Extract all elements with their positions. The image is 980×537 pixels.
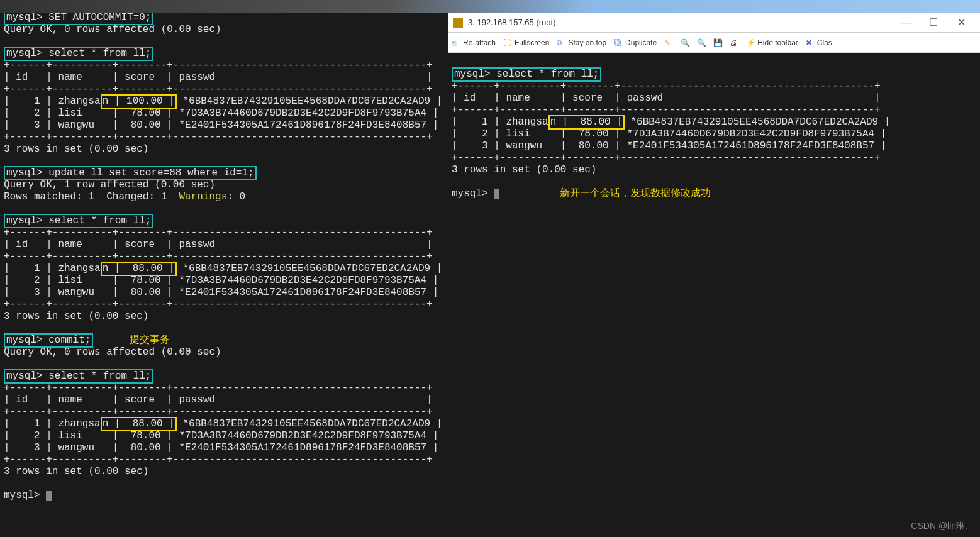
titlebar[interactable]: 3. 192.168.157.65 (root) — ☐ ✕ xyxy=(448,13,980,33)
r-cmd-select: mysql> select * from ll; xyxy=(452,67,601,82)
r-prompt-final[interactable]: mysql> xyxy=(452,188,494,199)
t3-border-bot: +------+----------+--------+------------… xyxy=(4,454,433,465)
t3-rows-in-set: 3 rows in set (0.00 sec) xyxy=(4,466,148,477)
t3-row2: | 2 | lisi | 78.00 | *7D3A3B74460D679DB2… xyxy=(4,430,438,441)
t3-row1-post: *6BB4837EB74329105EE4568DDA7DC67ED2CA2AD… xyxy=(177,418,442,429)
t2-row1-highlight: n | 88.00 | xyxy=(101,262,177,276)
r-row1-highlight: n | 88.00 | xyxy=(548,115,625,130)
stayontop-button[interactable]: ⧉Stay on top xyxy=(557,38,606,47)
t2-rows-in-set: 3 rows in set (0.00 sec) xyxy=(4,311,148,322)
t1-row1-pre: | 1 | zhangsa xyxy=(4,96,101,107)
t2-row1-post: *6BB4837EB74329105EE4568DDA7DC67ED2CA2AD… xyxy=(177,263,442,274)
t2-border-mid: +------+----------+--------+------------… xyxy=(4,251,433,262)
r-rows-in-set: 3 rows in set (0.00 sec) xyxy=(452,164,596,175)
t3-row3: | 3 | wangwu | 80.00 | *E2401F534305A172… xyxy=(4,442,438,453)
hide-toolbar-button[interactable]: ⚡Hide toolbar xyxy=(746,38,798,47)
print-button[interactable]: 🖨 xyxy=(730,38,738,47)
pin-icon: ⧉ xyxy=(557,38,565,47)
t3-row1-pre: | 1 | zhangsa xyxy=(4,418,101,429)
left-prompt-final[interactable]: mysql> xyxy=(4,490,46,501)
r-row1-pre: | 1 | zhangsa xyxy=(452,116,548,128)
cmd-commit: mysql> commit; xyxy=(4,333,93,348)
resp-autocommit: Query OK, 0 rows affected (0.00 sec) xyxy=(4,24,221,35)
print-icon: 🖨 xyxy=(730,38,738,47)
watermark: CSDN @lin琳. xyxy=(911,521,967,532)
cmd-update: mysql> update ll set score=88 where id=1… xyxy=(4,166,257,180)
duplicate-icon: ⿻ xyxy=(614,38,623,47)
app-icon xyxy=(453,18,463,28)
fullscreen-button[interactable]: ⛶Fullscreen xyxy=(503,38,549,47)
r-row2: | 2 | lisi | 78.00 | *7D3A3B74460D679DB2… xyxy=(452,128,886,140)
t2-row1-pre: | 1 | zhangsa xyxy=(4,263,101,274)
maximize-button[interactable]: ☐ xyxy=(920,16,947,28)
reattach-icon: ⎘ xyxy=(452,38,460,47)
top-gradient-bar xyxy=(0,0,980,13)
r-border-top: +------+----------+--------+------------… xyxy=(452,80,881,92)
r-header: | id | name | score | passwd | xyxy=(452,92,881,104)
resp-update2c: : 0 xyxy=(227,191,245,202)
duplicate-button[interactable]: ⿻Duplicate xyxy=(614,38,657,47)
t1-row2: | 2 | lisi | 78.00 | *7D3A3B74460D679DB2… xyxy=(4,108,438,119)
t1-border-top: +------+----------+--------+------------… xyxy=(4,60,433,71)
window-title: 3. 192.168.157.65 (root) xyxy=(468,18,892,27)
fullscreen-icon: ⛶ xyxy=(503,38,512,47)
r-row3: | 3 | wangwu | 80.00 | *E2401F534305A172… xyxy=(452,140,886,152)
t3-header: | id | name | score | passwd | xyxy=(4,394,433,406)
resp-commit: Query OK, 0 rows affected (0.00 sec) xyxy=(4,346,221,358)
save-icon: 💾 xyxy=(713,38,722,47)
t1-row1-highlight: n | 100.00 | xyxy=(101,94,177,109)
close-button[interactable]: ✕ xyxy=(947,16,975,28)
r-border-bot: +------+----------+--------+------------… xyxy=(452,152,881,163)
cmd-autocommit: mysql> SET AUTOCOMMIT=0; xyxy=(4,11,153,25)
zoom-in-button[interactable]: 🔍 xyxy=(681,38,689,47)
t3-border-top: +------+----------+--------+------------… xyxy=(4,382,433,394)
zoom-out-button[interactable]: 🔍 xyxy=(697,38,706,47)
t1-header: | id | name | score | passwd | xyxy=(4,72,433,83)
reattach-button[interactable]: ⎘Re-attach xyxy=(452,38,496,47)
t2-border-top: +------+----------+--------+------------… xyxy=(4,227,433,238)
t1-border-bot: +------+----------+--------+------------… xyxy=(4,131,433,143)
t2-row2: | 2 | lisi | 78.00 | *7D3A3B74460D679DB2… xyxy=(4,275,438,286)
edit-button[interactable]: ✎ xyxy=(664,38,673,47)
r-cursor xyxy=(494,189,499,199)
t1-rows-in-set: 3 rows in set (0.00 sec) xyxy=(4,143,148,155)
t2-header: | id | name | score | passwd | xyxy=(4,239,433,250)
left-cursor xyxy=(46,491,52,501)
zoom-out-icon: 🔍 xyxy=(697,38,706,47)
r-row1-post: *6BB4837EB74329105EE4568DDA7DC67ED2CA2AD… xyxy=(625,116,890,128)
t3-border-mid: +------+----------+--------+------------… xyxy=(4,406,433,418)
t3-row1-highlight: n | 88.00 | xyxy=(101,417,177,431)
r-border-mid: +------+----------+--------+------------… xyxy=(452,104,881,116)
edit-icon: ✎ xyxy=(664,38,673,47)
zoom-in-icon: 🔍 xyxy=(681,38,689,47)
close-session-button[interactable]: ✖Clos xyxy=(806,38,832,47)
t2-row3: | 3 | wangwu | 80.00 | *E2401F534305A172… xyxy=(4,287,438,298)
t1-row3: | 3 | wangwu | 80.00 | *E2401F534305A172… xyxy=(4,119,438,131)
lightning-icon: ⚡ xyxy=(746,38,755,47)
r-annotation: 新开一个会话，发现数据修改成功 xyxy=(560,188,711,199)
t1-row1-post: *6BB4837EB74329105EE4568DDA7DC67ED2CA2AD… xyxy=(177,96,442,107)
save-button[interactable]: 💾 xyxy=(713,38,722,47)
resp-update-warnings: Warnings xyxy=(179,191,227,202)
cmd-select3: mysql> select * from ll; xyxy=(4,369,153,384)
resp-update1: Query OK, 1 row affected (0.00 sec) xyxy=(4,179,215,191)
annot-commit: 提交事务 xyxy=(130,335,170,346)
right-window: 3. 192.168.157.65 (root) — ☐ ✕ ⎘Re-attac… xyxy=(448,13,980,537)
toolbar: ⎘Re-attach ⛶Fullscreen ⧉Stay on top ⿻Dup… xyxy=(448,33,980,53)
cmd-select2: mysql> select * from ll; xyxy=(4,214,153,228)
resp-update2a: Rows matched: 1 Changed: 1 xyxy=(4,191,179,202)
close-session-icon: ✖ xyxy=(806,38,815,47)
right-terminal[interactable]: mysql> select * from ll; +------+-------… xyxy=(448,53,980,216)
cmd-select1: mysql> select * from ll; xyxy=(4,47,153,61)
left-terminal[interactable]: mysql> SET AUTOCOMMIT=0; Query OK, 0 row… xyxy=(0,0,448,537)
t1-border-mid: +------+----------+--------+------------… xyxy=(4,84,433,95)
minimize-button[interactable]: — xyxy=(892,17,920,28)
t2-border-bot: +------+----------+--------+------------… xyxy=(4,299,433,310)
